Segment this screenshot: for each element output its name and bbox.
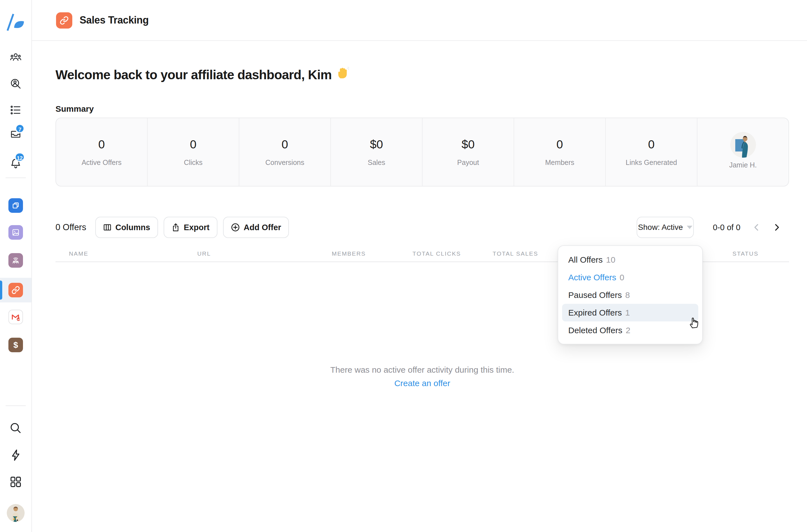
pagination: 0-0 of 0	[713, 217, 781, 238]
wave-emoji-icon	[336, 66, 350, 83]
summary-card-clicks: 0 Clicks	[147, 118, 239, 186]
summary-card-members: 0 Members	[514, 118, 605, 186]
summary-cards: 0 Active Offers 0 Clicks 0 Conversions $…	[55, 118, 789, 187]
sidebar-item-lists[interactable]	[10, 104, 22, 116]
menu-item-deleted-offers[interactable]: Deleted Offers 2	[562, 321, 698, 339]
column-header-status[interactable]: STATUS	[732, 250, 758, 257]
link-icon	[56, 12, 72, 28]
pagination-range: 0-0 of 0	[713, 223, 740, 232]
sidebar-app-windows[interactable]	[8, 198, 23, 213]
sidebar-app-broadcast[interactable]	[8, 253, 23, 268]
previous-page-button[interactable]	[753, 224, 760, 231]
chevron-down-icon	[687, 226, 692, 229]
next-page-button[interactable]	[773, 224, 781, 231]
company-logo[interactable]	[6, 14, 26, 32]
page-header: Sales Tracking	[31, 0, 807, 41]
sidebar-active-indicator	[0, 281, 2, 300]
sidebar-item-notifications[interactable]: 12	[10, 157, 22, 170]
add-offer-button[interactable]: Add Offer	[223, 217, 289, 238]
search-icon[interactable]	[9, 422, 22, 435]
menu-item-active-offers[interactable]: Active Offers 0	[562, 268, 698, 286]
menu-item-expired-offers[interactable]: Expired Offers 1	[562, 304, 698, 321]
sidebar-divider	[6, 405, 26, 406]
mouse-cursor-pointer	[688, 315, 700, 331]
summary-heading: Summary	[55, 104, 94, 114]
sidebar-item-inbox[interactable]: 7	[10, 128, 22, 140]
column-header-total-sales[interactable]: TOTAL SALES	[493, 250, 538, 257]
inbox-badge: 7	[15, 124, 25, 133]
export-icon	[171, 223, 180, 232]
page: 7 12	[0, 0, 807, 532]
column-header-members[interactable]: MEMBERS	[332, 250, 366, 257]
user-avatar[interactable]	[7, 504, 25, 522]
summary-card-links-generated: 0 Links Generated	[605, 118, 697, 186]
summary-card-payout: $0 Payout	[422, 118, 514, 186]
page-title: Sales Tracking	[79, 0, 149, 40]
quick-actions-bolt-icon[interactable]	[9, 449, 22, 461]
offers-toolbar: 0 Offers Columns Export Add	[55, 217, 294, 238]
column-header-name[interactable]: NAME	[69, 250, 88, 257]
welcome-heading: Welcome back to your affiliate dashboard…	[55, 66, 350, 83]
summary-card-sales: $0 Sales	[330, 118, 422, 186]
summary-card-active-offers: 0 Active Offers	[56, 118, 147, 186]
summary-card-conversions: 0 Conversions	[239, 118, 330, 186]
member-avatar	[730, 132, 756, 158]
apps-grid-icon[interactable]	[9, 475, 22, 488]
sidebar-app-payments[interactable]: $	[8, 338, 23, 352]
sidebar-item-find-people[interactable]	[10, 78, 22, 90]
show-filter-menu: All Offers 10 Active Offers 0 Paused Off…	[557, 245, 703, 344]
sidebar-app-images[interactable]	[8, 225, 23, 240]
menu-item-paused-offers[interactable]: Paused Offers 8	[562, 286, 698, 304]
show-filter-dropdown-button[interactable]: Show: Active	[637, 217, 694, 238]
create-offer-link[interactable]: Create an offer	[55, 379, 789, 388]
summary-card-top-member: Jamie H.	[697, 118, 789, 186]
sidebar: 7 12	[0, 0, 32, 532]
sidebar-app-gmail[interactable]	[8, 310, 23, 324]
column-header-url[interactable]: URL	[197, 250, 211, 257]
columns-button[interactable]: Columns	[95, 217, 158, 238]
column-header-total-clicks[interactable]: TOTAL CLICKS	[412, 250, 461, 257]
sidebar-app-sales-tracking[interactable]	[8, 283, 23, 297]
offers-count: 0 Offers	[55, 222, 86, 232]
notifications-badge: 12	[15, 152, 25, 162]
sidebar-divider	[6, 177, 26, 178]
columns-icon	[103, 223, 111, 231]
sidebar-item-team[interactable]	[10, 52, 22, 63]
plus-circle-icon	[231, 223, 240, 232]
menu-item-all-offers[interactable]: All Offers 10	[562, 251, 698, 268]
empty-state-message: There was no active offer activity durin…	[55, 365, 789, 375]
export-button[interactable]: Export	[164, 217, 217, 238]
